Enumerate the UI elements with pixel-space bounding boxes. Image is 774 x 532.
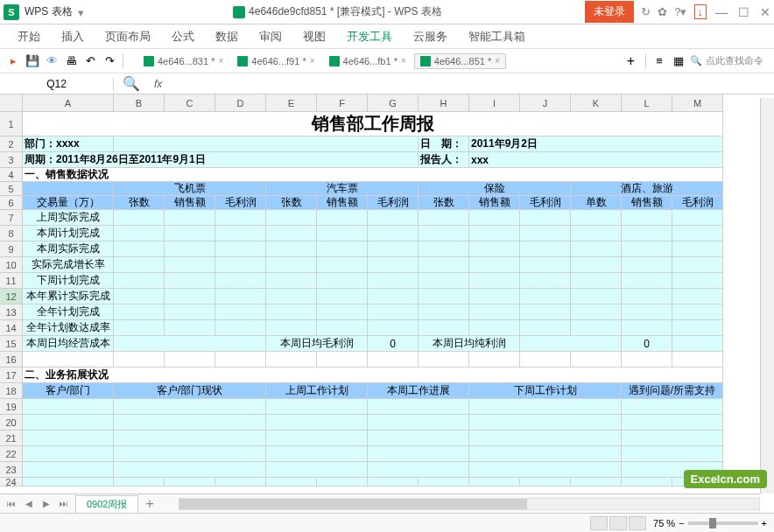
close-icon[interactable]: ×: [310, 56, 315, 66]
cell[interactable]: [114, 257, 165, 272]
name-box[interactable]: Q12: [0, 78, 114, 90]
row-header[interactable]: 10: [0, 257, 23, 273]
menu-item[interactable]: 审阅: [259, 29, 282, 45]
row-header[interactable]: 20: [0, 415, 23, 430]
print-icon[interactable]: 🖶: [63, 53, 79, 69]
cell[interactable]: [622, 430, 723, 445]
cell[interactable]: [469, 320, 520, 335]
cell[interactable]: [215, 242, 266, 256]
help-icon[interactable]: ?▾: [674, 5, 686, 18]
menu-item[interactable]: 智能工具箱: [468, 29, 525, 45]
cell[interactable]: [419, 210, 469, 225]
cell[interactable]: [114, 336, 266, 351]
minimize-button[interactable]: —: [715, 5, 728, 19]
cell[interactable]: [368, 304, 419, 319]
add-tab-button[interactable]: +: [622, 52, 640, 71]
cell[interactable]: [317, 257, 368, 272]
sheet-nav-prev[interactable]: ◀: [21, 497, 37, 511]
view-normal-button[interactable]: [590, 516, 608, 530]
cell[interactable]: 销售额: [622, 196, 672, 209]
cell[interactable]: [520, 289, 571, 304]
cell[interactable]: 毛利润: [215, 196, 266, 209]
doc-tab[interactable]: 4e646...831 *×: [137, 53, 229, 69]
close-button[interactable]: ✕: [760, 5, 770, 19]
cell[interactable]: [114, 136, 419, 151]
cell[interactable]: [672, 242, 723, 256]
row-header[interactable]: 6: [0, 196, 23, 210]
cell[interactable]: 张数: [114, 196, 165, 209]
cell[interactable]: [672, 304, 723, 319]
cell[interactable]: [520, 273, 571, 288]
view-page-button[interactable]: [609, 516, 627, 530]
cell[interactable]: [266, 242, 317, 256]
cell[interactable]: [469, 242, 520, 256]
cell[interactable]: [469, 289, 520, 304]
cell[interactable]: [114, 210, 165, 225]
cell[interactable]: [317, 273, 368, 288]
row-header[interactable]: 21: [0, 430, 23, 446]
sheet-nav-next[interactable]: ▶: [39, 497, 54, 511]
cell[interactable]: [520, 242, 571, 256]
cell[interactable]: [317, 478, 368, 486]
menu-item[interactable]: 插入: [61, 29, 84, 45]
cell[interactable]: 全年计划数达成率: [23, 320, 114, 335]
maximize-button[interactable]: ☐: [738, 5, 749, 19]
cell[interactable]: [469, 478, 520, 486]
row-header[interactable]: 24: [0, 478, 23, 486]
cell[interactable]: 0: [622, 336, 672, 351]
cell[interactable]: [23, 399, 114, 414]
cell[interactable]: [571, 242, 622, 256]
column-header[interactable]: F: [317, 94, 368, 112]
fx-label[interactable]: fx: [149, 78, 167, 90]
cell[interactable]: [23, 415, 114, 430]
cell[interactable]: [368, 242, 419, 256]
save-icon[interactable]: 💾: [25, 53, 40, 69]
cell[interactable]: [266, 399, 368, 414]
row-header[interactable]: 2: [0, 136, 23, 152]
cell[interactable]: [266, 430, 368, 445]
row-header[interactable]: 14: [0, 320, 23, 336]
cell[interactable]: [672, 273, 723, 288]
cell[interactable]: [419, 257, 469, 272]
cell[interactable]: [114, 399, 266, 414]
settings-icon[interactable]: ✿: [658, 5, 667, 18]
row-header[interactable]: 12: [0, 289, 23, 304]
cell[interactable]: [469, 352, 520, 367]
row-header[interactable]: 9: [0, 242, 23, 257]
cell[interactable]: [368, 478, 419, 486]
cell[interactable]: [622, 415, 723, 430]
cell[interactable]: [368, 430, 469, 445]
cell[interactable]: [469, 210, 520, 225]
cell[interactable]: [266, 320, 317, 335]
menu-item[interactable]: 开发工具: [347, 29, 392, 45]
column-header[interactable]: G: [368, 94, 419, 112]
cell[interactable]: [622, 399, 723, 414]
cell[interactable]: [672, 289, 723, 304]
cell[interactable]: 张数: [419, 196, 469, 209]
cell[interactable]: [368, 415, 469, 430]
column-header[interactable]: K: [571, 94, 622, 112]
cell[interactable]: 汽车票: [266, 182, 419, 195]
cell[interactable]: [622, 242, 672, 256]
row-header[interactable]: 16: [0, 352, 23, 368]
column-header[interactable]: E: [266, 94, 317, 112]
cell[interactable]: [317, 289, 368, 304]
cell[interactable]: [368, 289, 419, 304]
zoom-level[interactable]: 75 %: [653, 518, 675, 528]
column-header[interactable]: L: [622, 94, 672, 112]
row-header[interactable]: 5: [0, 182, 23, 196]
cell[interactable]: [368, 273, 419, 288]
menu-item[interactable]: 数据: [215, 29, 238, 45]
row-header[interactable]: 18: [0, 383, 23, 399]
cell[interactable]: [419, 304, 469, 319]
cell[interactable]: [571, 257, 622, 272]
cell[interactable]: [23, 462, 114, 477]
cell[interactable]: [266, 257, 317, 272]
cell[interactable]: [266, 226, 317, 241]
cell[interactable]: [571, 226, 622, 241]
cell[interactable]: [571, 289, 622, 304]
cell[interactable]: [114, 430, 266, 445]
cell[interactable]: [23, 446, 114, 461]
cell[interactable]: [469, 446, 622, 461]
cell[interactable]: xxx: [469, 152, 723, 167]
